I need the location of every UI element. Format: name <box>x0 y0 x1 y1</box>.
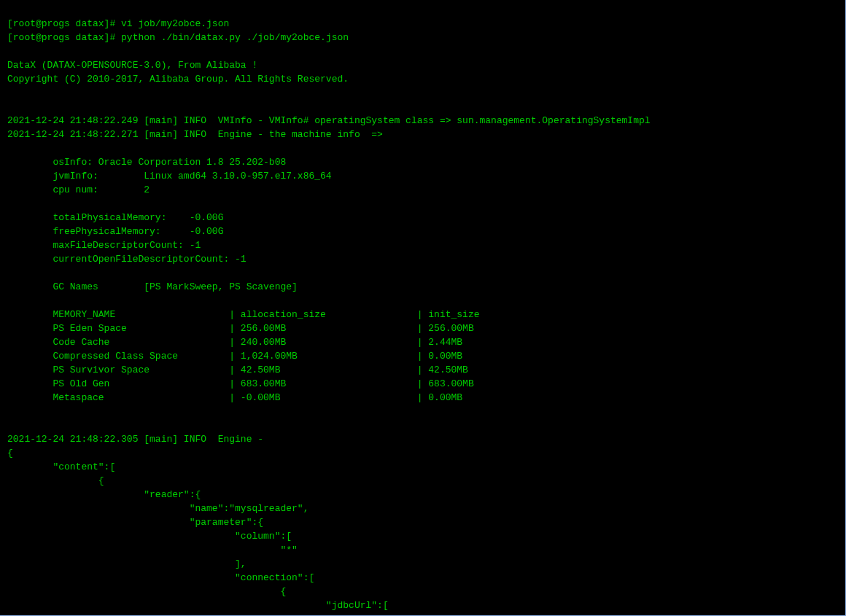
memtable-row-metaspace: Metaspace | -0.00MB | 0.00MB <box>7 392 462 403</box>
json-line-12: "jdbcUrl":[ <box>7 600 389 611</box>
json-line-4: "reader":{ <box>7 489 201 500</box>
prompt-2-command: python ./bin/datax.py ./job/my2obce.json <box>121 32 349 43</box>
banner-line-1: DataX (DATAX-OPENSOURCE-3.0), From Aliba… <box>7 60 257 71</box>
json-line-10: "connection":[ <box>7 572 314 583</box>
machine-cpunum: cpu num: 2 <box>7 184 150 195</box>
prompt-1-host: [root@progs datax]# <box>7 18 121 29</box>
json-line-8: "*" <box>7 545 298 555</box>
memtable-row-oldgen: PS Old Gen | 683.00MB | 683.00MB <box>7 378 474 389</box>
machine-osinfo: osInfo: Oracle Corporation 1.8 25.202-b0… <box>7 157 286 168</box>
memtable-row-compressed: Compressed Class Space | 1,024.00MB | 0.… <box>7 351 462 362</box>
machine-cur-fd: currentOpenFileDescriptorCount: -1 <box>7 254 247 265</box>
prompt-1-command: vi job/my2obce.json <box>121 18 229 29</box>
json-line-6: "parameter":{ <box>7 517 263 528</box>
log-engine-machine: 2021-12-24 21:48:22.271 [main] INFO Engi… <box>7 129 383 140</box>
json-line-7: "column":[ <box>7 531 292 542</box>
log-vminfo: 2021-12-24 21:48:22.249 [main] INFO VMIn… <box>7 115 651 126</box>
memtable-row-eden: PS Eden Space | 256.00MB | 256.00MB <box>7 323 474 334</box>
json-line-11: { <box>7 586 286 597</box>
memtable-row-codecache: Code Cache | 240.00MB | 2.44MB <box>7 337 462 348</box>
machine-total-mem: totalPhysicalMemory: -0.00G <box>7 212 223 223</box>
machine-free-mem: freePhysicalMemory: -0.00G <box>7 226 223 237</box>
memtable-row-survivor: PS Survivor Space | 42.50MB | 42.50MB <box>7 364 468 375</box>
json-line-3: { <box>7 475 104 486</box>
json-line-1: { <box>7 448 13 459</box>
json-line-5: "name":"mysqlreader", <box>7 503 308 514</box>
memtable-header: MEMORY_NAME | allocation_size | init_siz… <box>7 309 480 320</box>
machine-max-fd: maxFileDescriptorCount: -1 <box>7 240 201 251</box>
log-engine-json: 2021-12-24 21:48:22.305 [main] INFO Engi… <box>7 434 269 445</box>
prompt-2-host: [root@progs datax]# <box>7 32 121 43</box>
machine-gc-names: GC Names [PS MarkSweep, PS Scavenge] <box>7 281 298 292</box>
machine-jvminfo: jvmInfo: Linux amd64 3.10.0-957.el7.x86_… <box>7 171 332 182</box>
json-line-9: ], <box>7 558 247 569</box>
banner-line-2: Copyright (C) 2010-2017, Alibaba Group. … <box>7 74 349 85</box>
terminal-output: [root@progs datax]# vi job/my2obce.json … <box>0 0 845 616</box>
json-line-2: "content":[ <box>7 461 115 472</box>
